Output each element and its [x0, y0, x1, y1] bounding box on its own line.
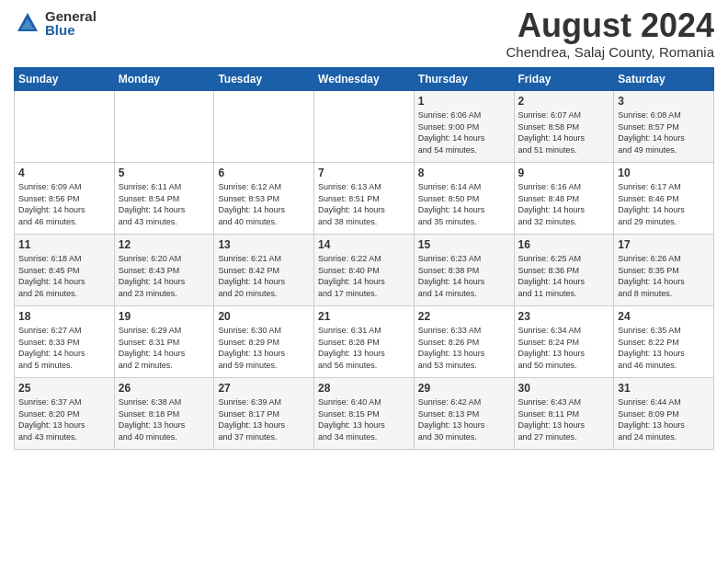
day-number: 2	[518, 95, 610, 108]
day-info: Sunrise: 6:35 AM Sunset: 8:22 PM Dayligh…	[618, 325, 710, 371]
calendar-cell: 26Sunrise: 6:38 AM Sunset: 8:18 PM Dayli…	[114, 378, 214, 450]
calendar-cell: 22Sunrise: 6:33 AM Sunset: 8:26 PM Dayli…	[414, 306, 514, 378]
day-info: Sunrise: 6:23 AM Sunset: 8:38 PM Dayligh…	[418, 253, 510, 299]
day-info: Sunrise: 6:44 AM Sunset: 8:09 PM Dayligh…	[618, 396, 710, 442]
day-of-week-header: Sunday	[15, 68, 115, 91]
calendar-cell	[214, 91, 314, 163]
day-info: Sunrise: 6:27 AM Sunset: 8:33 PM Dayligh…	[18, 325, 110, 371]
day-number: 16	[518, 238, 610, 251]
calendar-week-row: 11Sunrise: 6:18 AM Sunset: 8:45 PM Dayli…	[15, 235, 714, 306]
day-number: 15	[418, 238, 510, 251]
day-info: Sunrise: 6:29 AM Sunset: 8:31 PM Dayligh…	[119, 325, 210, 371]
calendar-cell: 25Sunrise: 6:37 AM Sunset: 8:20 PM Dayli…	[15, 378, 115, 450]
day-of-week-header: Saturday	[614, 68, 714, 91]
day-number: 30	[518, 382, 610, 395]
calendar-cell: 2Sunrise: 6:07 AM Sunset: 8:58 PM Daylig…	[514, 91, 614, 163]
day-info: Sunrise: 6:21 AM Sunset: 8:42 PM Dayligh…	[218, 253, 310, 299]
calendar-cell: 29Sunrise: 6:42 AM Sunset: 8:13 PM Dayli…	[414, 378, 514, 450]
day-number: 25	[18, 382, 110, 395]
day-number: 12	[119, 238, 210, 251]
day-info: Sunrise: 6:06 AM Sunset: 9:00 PM Dayligh…	[418, 109, 510, 155]
calendar-cell: 3Sunrise: 6:08 AM Sunset: 8:57 PM Daylig…	[614, 91, 714, 163]
day-of-week-header: Thursday	[414, 68, 514, 91]
day-info: Sunrise: 6:38 AM Sunset: 8:18 PM Dayligh…	[119, 396, 210, 442]
day-number: 13	[218, 238, 310, 251]
logo-icon	[14, 9, 41, 37]
calendar-cell: 28Sunrise: 6:40 AM Sunset: 8:15 PM Dayli…	[314, 378, 415, 450]
day-info: Sunrise: 6:08 AM Sunset: 8:57 PM Dayligh…	[618, 109, 710, 155]
day-info: Sunrise: 6:12 AM Sunset: 8:53 PM Dayligh…	[218, 181, 310, 227]
day-info: Sunrise: 6:25 AM Sunset: 8:36 PM Dayligh…	[518, 253, 610, 299]
calendar-cell: 24Sunrise: 6:35 AM Sunset: 8:22 PM Dayli…	[614, 306, 714, 378]
calendar-cell	[114, 91, 214, 163]
day-number: 18	[18, 310, 110, 323]
day-number: 27	[218, 382, 310, 395]
day-info: Sunrise: 6:42 AM Sunset: 8:13 PM Dayligh…	[418, 396, 510, 442]
calendar-cell: 10Sunrise: 6:17 AM Sunset: 8:46 PM Dayli…	[614, 163, 714, 235]
calendar-cell: 6Sunrise: 6:12 AM Sunset: 8:53 PM Daylig…	[214, 163, 314, 235]
title-section: August 2024 Chendrea, Salaj County, Roma…	[506, 9, 714, 60]
calendar-week-row: 1Sunrise: 6:06 AM Sunset: 9:00 PM Daylig…	[15, 91, 714, 163]
day-number: 9	[518, 167, 610, 179]
calendar-cell: 18Sunrise: 6:27 AM Sunset: 8:33 PM Dayli…	[15, 306, 115, 378]
calendar-cell	[314, 91, 415, 163]
day-info: Sunrise: 6:11 AM Sunset: 8:54 PM Dayligh…	[119, 181, 210, 227]
day-number: 26	[119, 382, 210, 395]
day-info: Sunrise: 6:16 AM Sunset: 8:48 PM Dayligh…	[518, 181, 610, 227]
day-number: 7	[318, 167, 410, 179]
day-number: 17	[618, 238, 710, 251]
day-of-week-header: Friday	[514, 68, 614, 91]
calendar-cell: 12Sunrise: 6:20 AM Sunset: 8:43 PM Dayli…	[114, 235, 214, 306]
day-number: 5	[119, 167, 210, 179]
calendar-cell: 11Sunrise: 6:18 AM Sunset: 8:45 PM Dayli…	[15, 235, 115, 306]
calendar-week-row: 25Sunrise: 6:37 AM Sunset: 8:20 PM Dayli…	[15, 378, 714, 450]
calendar-cell: 13Sunrise: 6:21 AM Sunset: 8:42 PM Dayli…	[214, 235, 314, 306]
calendar-cell: 4Sunrise: 6:09 AM Sunset: 8:56 PM Daylig…	[15, 163, 115, 235]
page: General Blue August 2024 Chendrea, Salaj…	[0, 0, 728, 563]
day-number: 4	[18, 167, 110, 179]
calendar-cell: 27Sunrise: 6:39 AM Sunset: 8:17 PM Dayli…	[214, 378, 314, 450]
calendar-cell	[15, 91, 115, 163]
day-of-week-header: Wednesday	[314, 68, 415, 91]
calendar-cell: 17Sunrise: 6:26 AM Sunset: 8:35 PM Dayli…	[614, 235, 714, 306]
day-number: 20	[218, 310, 310, 323]
day-info: Sunrise: 6:39 AM Sunset: 8:17 PM Dayligh…	[218, 396, 310, 442]
day-number: 3	[618, 95, 710, 108]
day-number: 11	[18, 238, 110, 251]
calendar-cell: 31Sunrise: 6:44 AM Sunset: 8:09 PM Dayli…	[614, 378, 714, 450]
day-number: 14	[318, 238, 410, 251]
day-info: Sunrise: 6:37 AM Sunset: 8:20 PM Dayligh…	[18, 396, 110, 442]
day-number: 22	[418, 310, 510, 323]
calendar-week-row: 4Sunrise: 6:09 AM Sunset: 8:56 PM Daylig…	[15, 163, 714, 235]
day-info: Sunrise: 6:13 AM Sunset: 8:51 PM Dayligh…	[318, 181, 410, 227]
day-info: Sunrise: 6:43 AM Sunset: 8:11 PM Dayligh…	[518, 396, 610, 442]
day-info: Sunrise: 6:20 AM Sunset: 8:43 PM Dayligh…	[119, 253, 210, 299]
calendar-cell: 19Sunrise: 6:29 AM Sunset: 8:31 PM Dayli…	[114, 306, 214, 378]
header: General Blue August 2024 Chendrea, Salaj…	[14, 9, 714, 60]
day-number: 8	[418, 167, 510, 179]
day-info: Sunrise: 6:26 AM Sunset: 8:35 PM Dayligh…	[618, 253, 710, 299]
calendar-cell: 9Sunrise: 6:16 AM Sunset: 8:48 PM Daylig…	[514, 163, 614, 235]
calendar-cell: 15Sunrise: 6:23 AM Sunset: 8:38 PM Dayli…	[414, 235, 514, 306]
day-info: Sunrise: 6:07 AM Sunset: 8:58 PM Dayligh…	[518, 109, 610, 155]
calendar-cell: 16Sunrise: 6:25 AM Sunset: 8:36 PM Dayli…	[514, 235, 614, 306]
day-info: Sunrise: 6:22 AM Sunset: 8:40 PM Dayligh…	[318, 253, 410, 299]
calendar: SundayMondayTuesdayWednesdayThursdayFrid…	[14, 67, 714, 450]
day-of-week-header: Tuesday	[214, 68, 314, 91]
day-number: 6	[218, 167, 310, 179]
day-number: 19	[119, 310, 210, 323]
day-info: Sunrise: 6:33 AM Sunset: 8:26 PM Dayligh…	[418, 325, 510, 371]
day-info: Sunrise: 6:30 AM Sunset: 8:29 PM Dayligh…	[218, 325, 310, 371]
day-number: 24	[618, 310, 710, 323]
logo: General Blue	[14, 9, 97, 37]
day-info: Sunrise: 6:14 AM Sunset: 8:50 PM Dayligh…	[418, 181, 510, 227]
day-number: 21	[318, 310, 410, 323]
calendar-cell: 30Sunrise: 6:43 AM Sunset: 8:11 PM Dayli…	[514, 378, 614, 450]
calendar-cell: 20Sunrise: 6:30 AM Sunset: 8:29 PM Dayli…	[214, 306, 314, 378]
day-number: 1	[418, 95, 510, 108]
calendar-header-row: SundayMondayTuesdayWednesdayThursdayFrid…	[15, 68, 714, 91]
day-of-week-header: Monday	[114, 68, 214, 91]
day-info: Sunrise: 6:34 AM Sunset: 8:24 PM Dayligh…	[518, 325, 610, 371]
calendar-cell: 5Sunrise: 6:11 AM Sunset: 8:54 PM Daylig…	[114, 163, 214, 235]
day-number: 29	[418, 382, 510, 395]
